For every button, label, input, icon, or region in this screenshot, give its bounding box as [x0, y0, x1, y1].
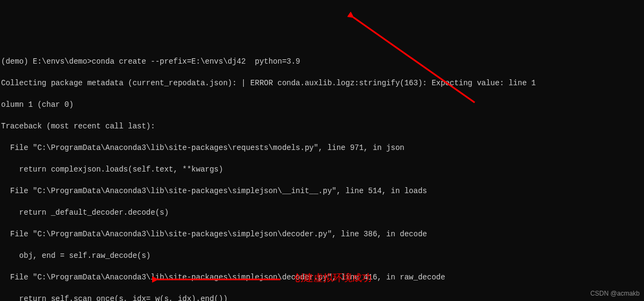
terminal-line: obj, end = self.raw_decode(s) — [1, 250, 643, 261]
terminal-line: return _default_decoder.decode(s) — [1, 207, 643, 218]
terminal-output[interactable]: (demo) E:\envs\demo>conda create --prefi… — [0, 43, 644, 301]
terminal-line: File "C:\ProgramData\Anaconda3\lib\site-… — [1, 229, 643, 240]
terminal-line: return self.scan_once(s, idx=_w(s, idx).… — [1, 293, 643, 301]
annotation-label: 创建虚拟环境成功 — [294, 272, 372, 283]
terminal-line: return complexjson.loads(self.text, **kw… — [1, 164, 643, 175]
terminal-line: Traceback (most recent call last): — [1, 121, 643, 132]
watermark: CSDN @acmakb — [590, 288, 640, 299]
terminal-line: File "C:\ProgramData\Anaconda3\lib\site-… — [1, 186, 643, 196]
terminal-line: olumn 1 (char 0) — [1, 99, 643, 110]
terminal-line: Collecting package metadata (current_rep… — [1, 78, 643, 88]
terminal-line: (demo) E:\envs\demo>conda create --prefi… — [1, 56, 643, 67]
terminal-line: File "C:\ProgramData\Anaconda3\lib\site-… — [1, 142, 643, 153]
